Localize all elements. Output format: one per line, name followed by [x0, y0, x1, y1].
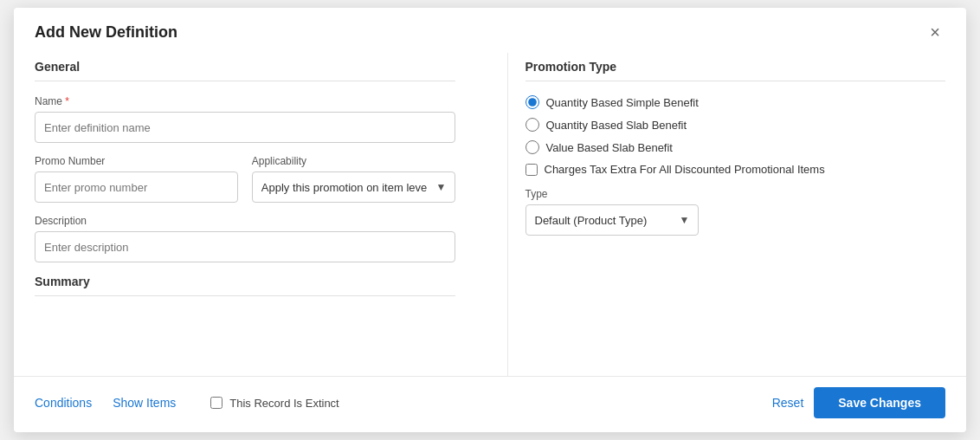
summary-divider: [35, 295, 455, 296]
conditions-link[interactable]: Conditions: [35, 396, 92, 410]
promotion-type-title: Promotion Type: [525, 60, 946, 74]
name-group: Name: [35, 95, 455, 143]
extinct-checkbox[interactable]: [210, 397, 222, 409]
description-label: Description: [35, 215, 455, 227]
name-input[interactable]: [35, 112, 455, 143]
type-select[interactable]: Default (Product Type) Custom: [525, 204, 699, 236]
dialog-header: Add New Definition ×: [14, 8, 966, 53]
radio-qty-slab-label: Quantity Based Slab Benefit: [546, 119, 687, 132]
footer-right: Reset Save Changes: [772, 387, 945, 418]
radio-qty-slab[interactable]: Quantity Based Slab Benefit: [525, 118, 946, 132]
footer-center: This Record Is Extinct: [210, 397, 338, 410]
applicability-group: Applicability Apply this promotion on it…: [252, 155, 455, 203]
promo-input[interactable]: [35, 171, 238, 203]
close-button[interactable]: ×: [925, 22, 945, 42]
radio-qty-simple-label: Quantity Based Simple Benefit: [546, 96, 699, 109]
left-panel: General Name Promo Number Applicability …: [35, 53, 473, 376]
promo-label: Promo Number: [35, 155, 238, 167]
summary-section-title: Summary: [35, 275, 455, 288]
charges-tax-checkbox[interactable]: [525, 164, 538, 176]
description-group: Description: [35, 215, 455, 262]
applicability-label: Applicability: [252, 155, 455, 167]
dialog-footer: Conditions Show Items This Record Is Ext…: [14, 376, 966, 432]
reset-button[interactable]: Reset: [772, 396, 804, 410]
general-section-title: General: [35, 60, 455, 74]
type-label: Type: [525, 188, 946, 200]
applicability-select[interactable]: Apply this promotion on item level Apply…: [252, 171, 455, 203]
dialog-title: Add New Definition: [35, 23, 177, 42]
extinct-label: This Record Is Extinct: [229, 397, 338, 410]
description-input[interactable]: [35, 231, 455, 262]
promotion-type-radio-group: Quantity Based Simple Benefit Quantity B…: [525, 95, 946, 154]
radio-val-slab-input[interactable]: [525, 140, 539, 154]
radio-qty-simple-input[interactable]: [525, 95, 539, 109]
promo-group: Promo Number: [35, 155, 238, 203]
general-divider: [35, 81, 455, 81]
radio-val-slab-label: Value Based Slab Benefit: [546, 141, 673, 154]
type-select-wrapper: Default (Product Type) Custom ▼: [525, 204, 699, 236]
type-group: Type Default (Product Type) Custom ▼: [525, 188, 946, 236]
right-panel: Promotion Type Quantity Based Simple Ben…: [507, 53, 946, 376]
charges-tax-row: Charges Tax Extra For All Discounted Pro…: [525, 163, 946, 176]
name-label: Name: [35, 95, 455, 107]
save-button[interactable]: Save Changes: [814, 387, 945, 418]
promo-applicability-row: Promo Number Applicability Apply this pr…: [35, 155, 455, 203]
footer-left: Conditions Show Items: [35, 396, 176, 410]
radio-val-slab[interactable]: Value Based Slab Benefit: [525, 140, 946, 154]
show-items-link[interactable]: Show Items: [113, 396, 176, 410]
add-definition-dialog: Add New Definition × General Name Promo …: [14, 8, 966, 432]
dialog-body: General Name Promo Number Applicability …: [14, 53, 966, 376]
applicability-select-wrapper: Apply this promotion on item level Apply…: [252, 171, 455, 203]
radio-qty-simple[interactable]: Quantity Based Simple Benefit: [525, 95, 946, 109]
promotion-type-divider: [525, 81, 946, 81]
charges-tax-label: Charges Tax Extra For All Discounted Pro…: [545, 163, 825, 176]
radio-qty-slab-input[interactable]: [525, 118, 539, 132]
